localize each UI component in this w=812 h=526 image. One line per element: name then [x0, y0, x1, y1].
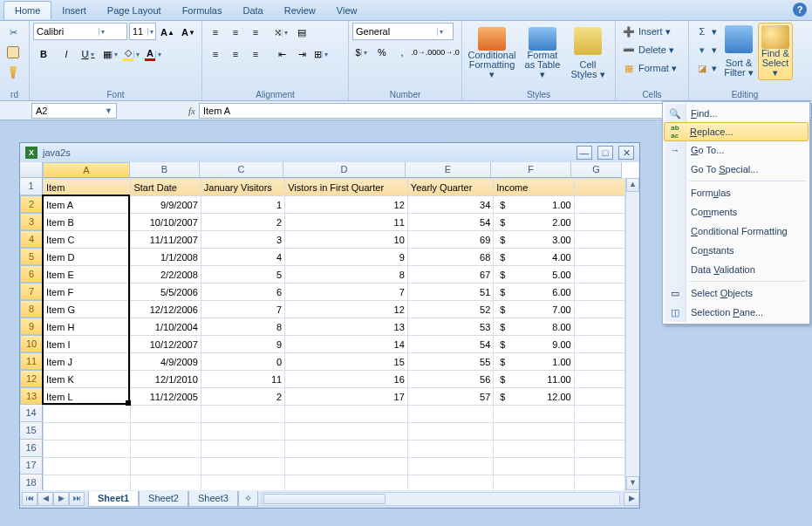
- decrease-decimal-button[interactable]: .00→.0: [436, 43, 459, 62]
- menu-goto-special[interactable]: Go To Special...: [665, 160, 808, 179]
- cell[interactable]: 17: [285, 388, 408, 406]
- cell[interactable]: [407, 458, 493, 475]
- cell[interactable]: [44, 406, 131, 423]
- cell[interactable]: 56: [407, 371, 493, 388]
- fill-button[interactable]: ▾▾: [693, 41, 720, 58]
- cell[interactable]: [407, 475, 493, 491]
- col-header-c[interactable]: C: [200, 162, 283, 178]
- cell[interactable]: 34: [407, 196, 493, 214]
- cell[interactable]: [201, 441, 284, 458]
- cell[interactable]: $3.00: [494, 231, 574, 249]
- row-header-4[interactable]: 4: [20, 230, 43, 248]
- cell[interactable]: 7: [201, 301, 284, 318]
- cell[interactable]: [574, 406, 624, 423]
- cell[interactable]: 13: [285, 318, 408, 336]
- cell[interactable]: [494, 475, 574, 491]
- comma-button[interactable]: ,: [392, 43, 412, 62]
- menu-formulas[interactable]: Formulas: [665, 183, 808, 202]
- cell[interactable]: 54: [407, 336, 493, 353]
- menu-goto[interactable]: →Go To...: [665, 140, 808, 160]
- find-select-button[interactable]: Find & Select ▾: [758, 23, 793, 80]
- cell[interactable]: $9.00: [494, 336, 574, 353]
- sheet-nav-last[interactable]: ⏭: [69, 492, 85, 506]
- chevron-down-icon[interactable]: ▼: [105, 106, 113, 115]
- font-size-combo[interactable]: [130, 24, 147, 39]
- select-all-corner[interactable]: [20, 162, 43, 178]
- cell[interactable]: 10: [285, 231, 408, 249]
- cell[interactable]: 3: [201, 231, 284, 249]
- row-header-9[interactable]: 9: [20, 318, 43, 335]
- col-header-a[interactable]: A: [43, 162, 130, 178]
- cell[interactable]: [44, 475, 131, 491]
- underline-button[interactable]: U▾: [78, 44, 99, 64]
- cell[interactable]: 68: [407, 249, 493, 266]
- menu-selection-pane[interactable]: ◫Selection Pane...: [665, 303, 808, 322]
- cell[interactable]: $8.00: [494, 318, 574, 336]
- cell[interactable]: [131, 475, 201, 491]
- col-header-e[interactable]: E: [406, 162, 491, 178]
- row-header-1[interactable]: 1: [20, 178, 43, 195]
- cell[interactable]: 12: [285, 301, 408, 318]
- cell[interactable]: Item I: [44, 336, 131, 353]
- increase-decimal-button[interactable]: .0→.00: [413, 43, 435, 62]
- decrease-indent-button[interactable]: ⇤: [272, 44, 291, 64]
- cell[interactable]: 10/10/2007: [131, 214, 201, 231]
- cell[interactable]: [201, 458, 284, 475]
- cell[interactable]: 15: [285, 353, 408, 371]
- cell[interactable]: [131, 441, 201, 458]
- menu-comments[interactable]: Comments: [665, 202, 808, 222]
- cell[interactable]: [201, 406, 284, 423]
- cell[interactable]: [285, 458, 408, 475]
- cell[interactable]: 8: [201, 318, 284, 336]
- row-header-6[interactable]: 6: [20, 265, 43, 283]
- fx-icon[interactable]: fx: [188, 106, 195, 116]
- cell[interactable]: [201, 475, 284, 491]
- menu-replace[interactable]: abacReplace...: [664, 122, 809, 141]
- insert-button[interactable]: ➕Insert ▾: [619, 23, 685, 40]
- cell[interactable]: 11: [201, 371, 284, 388]
- cell[interactable]: 10/12/2007: [131, 336, 201, 353]
- cell[interactable]: Item A: [44, 196, 131, 214]
- cell[interactable]: [131, 406, 201, 423]
- cell-header[interactable]: January Visitors: [201, 179, 284, 196]
- horizontal-scrollbar[interactable]: [262, 492, 620, 506]
- cell[interactable]: 1: [201, 196, 284, 214]
- cell[interactable]: $1.00: [494, 196, 574, 214]
- cell-header[interactable]: Item: [44, 179, 131, 196]
- row-header-17[interactable]: 17: [20, 457, 43, 475]
- row-header-11[interactable]: 11: [20, 352, 43, 370]
- cell[interactable]: [44, 441, 131, 458]
- cell[interactable]: [407, 406, 493, 423]
- align-top-button[interactable]: ≡: [206, 23, 225, 42]
- cell[interactable]: [494, 406, 574, 423]
- cell-header[interactable]: Vistors in First Quarter: [285, 179, 408, 196]
- cell[interactable]: 2: [201, 388, 284, 406]
- tab-review[interactable]: Review: [274, 2, 326, 19]
- cell[interactable]: 9: [285, 249, 408, 266]
- cell[interactable]: Item G: [44, 301, 131, 318]
- tab-formulas[interactable]: Formulas: [172, 2, 233, 19]
- help-icon[interactable]: ?: [793, 3, 807, 17]
- grow-font-button[interactable]: A▲: [158, 23, 177, 42]
- cell[interactable]: 67: [407, 266, 493, 283]
- cell[interactable]: Item J: [44, 353, 131, 371]
- menu-find[interactable]: 🔍Find...: [665, 104, 808, 123]
- align-center-button[interactable]: ≡: [226, 44, 245, 64]
- bold-button[interactable]: B: [33, 44, 54, 64]
- sheet-nav-prev[interactable]: ◀: [38, 492, 53, 506]
- row-header-18[interactable]: 18: [20, 475, 43, 490]
- cell[interactable]: [407, 423, 493, 441]
- cell[interactable]: $1.00: [494, 353, 574, 371]
- border-button[interactable]: ▦▾: [101, 44, 120, 64]
- tab-insert[interactable]: Insert: [51, 2, 97, 19]
- cell[interactable]: $7.00: [494, 301, 574, 318]
- merge-center-button[interactable]: ⊞▾: [312, 44, 331, 64]
- italic-button[interactable]: I: [56, 44, 77, 64]
- cell[interactable]: 1/1/2008: [131, 249, 201, 266]
- clear-button[interactable]: ◪▾: [693, 59, 720, 77]
- increase-indent-button[interactable]: ⇥: [292, 44, 311, 64]
- cell-header[interactable]: Yearly Quarter: [407, 179, 493, 196]
- cell[interactable]: 12: [285, 196, 408, 214]
- cell[interactable]: $12.00: [494, 388, 574, 406]
- number-format-combo[interactable]: [353, 24, 437, 39]
